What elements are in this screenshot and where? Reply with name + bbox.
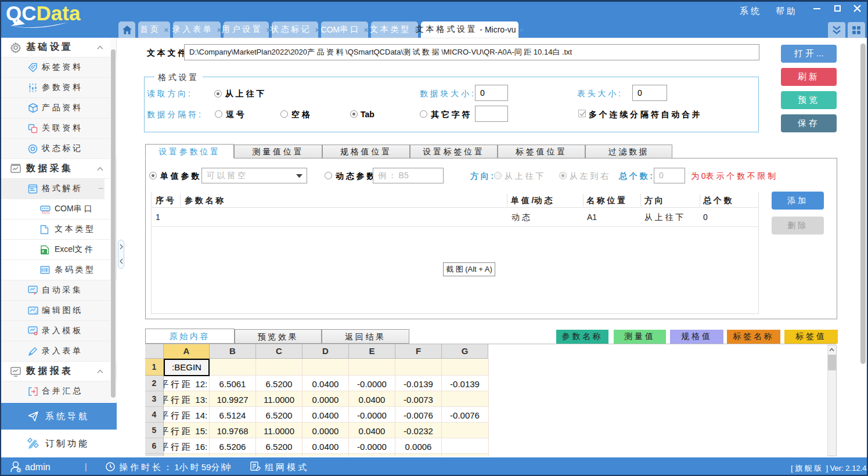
svg-text:RS232: RS232 — [42, 211, 50, 214]
